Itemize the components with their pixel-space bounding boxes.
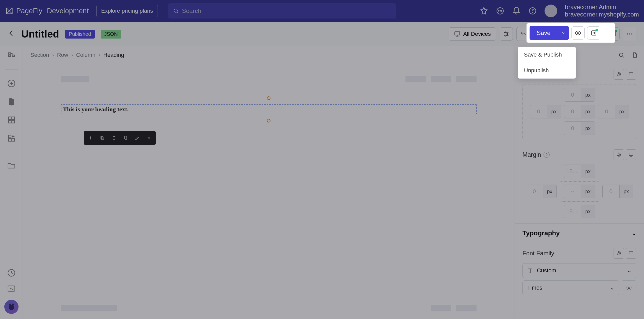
margin-top-input[interactable]: px — [564, 165, 595, 178]
font-family-select[interactable]: Custom ⌄ — [522, 263, 636, 278]
svg-rect-36 — [629, 73, 633, 75]
history-icon[interactable] — [7, 268, 16, 277]
delete-button[interactable] — [109, 133, 119, 143]
env-label: Development — [47, 7, 89, 15]
chevron-down-icon — [561, 31, 565, 35]
margin-right-input[interactable]: px — [602, 185, 633, 198]
panel-doc-button[interactable] — [629, 49, 640, 61]
more-button[interactable] — [623, 27, 636, 41]
font-settings-button[interactable] — [622, 280, 636, 295]
add-block-icon[interactable] — [7, 134, 16, 143]
star-icon[interactable] — [480, 7, 488, 15]
shopify-icon[interactable] — [7, 97, 16, 106]
avatar[interactable] — [545, 5, 557, 17]
settings-panel-button[interactable] — [500, 27, 513, 41]
live-button[interactable] — [587, 26, 600, 40]
svg-rect-24 — [8, 135, 11, 138]
device-selector[interactable]: All Devices — [449, 27, 496, 41]
svg-rect-26 — [12, 139, 14, 141]
svg-rect-16 — [8, 53, 11, 54]
typography-section-header[interactable]: Typography ⌄ — [515, 224, 644, 243]
svg-rect-41 — [591, 31, 596, 35]
reset-button[interactable] — [614, 149, 624, 160]
padding-bottom-input[interactable]: px — [564, 121, 595, 135]
svg-point-31 — [9, 305, 14, 310]
bell-icon[interactable] — [512, 7, 521, 15]
padding-right-input[interactable]: px — [598, 105, 629, 118]
breadcrumb-item[interactable]: Section — [30, 52, 49, 58]
placeholder — [456, 305, 477, 311]
svg-point-40 — [577, 32, 579, 34]
chevron-down-icon: ⌄ — [632, 230, 636, 236]
console-icon[interactable] — [7, 284, 16, 293]
unpublish-item[interactable]: Unpublish — [518, 63, 576, 78]
svg-rect-32 — [101, 137, 104, 139]
svg-rect-25 — [8, 139, 11, 141]
padding-center-input[interactable]: px — [564, 105, 595, 118]
placeholder — [61, 76, 89, 82]
preview-button[interactable] — [571, 26, 585, 40]
chevron-down-icon: ⌄ — [610, 285, 614, 291]
svg-rect-7 — [455, 32, 460, 35]
save-controls-highlight: Save — [527, 23, 615, 43]
monitor-icon — [454, 31, 461, 37]
chevron-right-icon: › — [52, 52, 54, 58]
add-element-button[interactable] — [85, 133, 96, 143]
padding-top-input[interactable]: px — [564, 88, 595, 102]
device-override-button[interactable] — [626, 248, 636, 259]
grid-icon[interactable] — [7, 115, 16, 125]
save-dropdown-caret[interactable] — [558, 26, 569, 40]
svg-point-8 — [505, 32, 506, 33]
left-nav — [0, 46, 23, 319]
svg-point-3 — [500, 11, 501, 11]
reset-button[interactable] — [614, 69, 624, 80]
add-icon[interactable] — [7, 79, 16, 88]
font-name-select[interactable]: Times ⌄ — [522, 280, 619, 295]
chat-icon[interactable] — [496, 7, 504, 15]
margin-center-input[interactable]: px — [564, 185, 595, 198]
panel-search-button[interactable] — [616, 49, 627, 61]
margin-left-input[interactable]: px — [526, 185, 557, 198]
reset-button[interactable] — [614, 248, 624, 259]
svg-point-15 — [631, 33, 633, 35]
font-family-label: Font Family — [522, 250, 554, 257]
breadcrumb-item[interactable]: Row — [57, 52, 68, 58]
breadcrumb: Section › Row › Column › Heading — [23, 46, 515, 64]
tree-icon[interactable] — [7, 51, 16, 60]
search-icon — [173, 8, 179, 14]
chevron-right-icon: › — [98, 52, 100, 58]
sliders-icon — [503, 31, 510, 37]
page-title[interactable]: Untitled — [21, 28, 59, 40]
search-input[interactable] — [182, 7, 391, 14]
resize-handle-bottom[interactable] — [267, 119, 270, 122]
assistant-avatar[interactable] — [4, 300, 19, 314]
margin-bottom-input[interactable]: px — [564, 205, 595, 218]
help-icon[interactable]: ? — [544, 152, 550, 158]
element-toolbar — [84, 131, 156, 145]
device-override-button[interactable] — [626, 149, 636, 160]
explore-pricing-button[interactable]: Explore pricing plans — [96, 5, 158, 17]
svg-rect-33 — [101, 136, 103, 139]
save-button[interactable]: Save — [530, 26, 558, 40]
user-info[interactable]: bravecorner Admin bravecorner.myshopify.… — [565, 4, 639, 18]
svg-point-9 — [507, 33, 508, 34]
back-arrow-icon[interactable] — [8, 29, 15, 39]
collapse-toolbar-button[interactable] — [144, 133, 154, 143]
resize-handle-top[interactable] — [267, 96, 270, 100]
svg-point-6 — [532, 12, 533, 13]
placeholder — [431, 76, 451, 82]
duplicate-button[interactable] — [97, 133, 108, 143]
padding-editor: px px px px px — [522, 84, 636, 139]
user-store: bravecorner.myshopify.com — [565, 11, 639, 18]
device-override-button[interactable] — [626, 69, 636, 80]
svg-rect-23 — [12, 120, 14, 123]
style-button[interactable] — [132, 133, 143, 143]
copy-button[interactable] — [120, 133, 131, 143]
padding-left-input[interactable]: px — [530, 105, 561, 118]
breadcrumb-item[interactable]: Column — [76, 52, 95, 58]
folder-icon[interactable] — [7, 161, 16, 170]
heading-element[interactable]: This is your heading text. — [61, 104, 477, 114]
search-bar[interactable] — [168, 3, 396, 19]
save-and-publish-item[interactable]: Save & Publish — [518, 47, 576, 63]
help-icon[interactable] — [528, 7, 537, 15]
